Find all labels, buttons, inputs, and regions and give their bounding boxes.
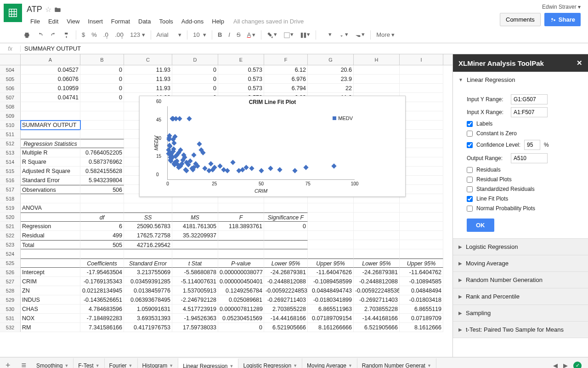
cell[interactable]: 6.12 [264, 65, 308, 75]
cell[interactable]: Adjusted R Square [21, 167, 80, 176]
cell[interactable] [172, 249, 218, 259]
cell[interactable]: -0.005922248536 [354, 286, 400, 295]
cb-residuals[interactable] [467, 167, 473, 173]
row-header[interactable]: 512 [0, 139, 21, 148]
cell[interactable]: 0.03459391285 [124, 277, 172, 286]
tab-caret-icon[interactable]: ▼ [169, 363, 173, 368]
star-icon[interactable]: ☆ [45, 5, 51, 14]
cell[interactable]: 8.161266666 [308, 323, 354, 332]
cb-line-fit[interactable] [467, 196, 473, 202]
cell[interactable] [21, 111, 80, 121]
cell[interactable]: -11.64047626 [308, 268, 354, 277]
cell[interactable]: ZN [21, 286, 80, 295]
cell[interactable] [264, 240, 308, 249]
bold-icon[interactable]: B [215, 29, 225, 40]
cell[interactable]: 11.93 [124, 65, 172, 75]
cell[interactable]: Lower 95% [354, 259, 400, 268]
cell[interactable]: 0.025089681 [218, 295, 264, 305]
col-header[interactable]: G [308, 54, 354, 65]
wrap-icon[interactable]: ▾ [352, 29, 368, 40]
cell[interactable]: 0.06076 [21, 75, 80, 84]
cell[interactable] [400, 213, 443, 222]
cell[interactable]: Upper 95% [308, 259, 354, 268]
cell[interactable]: 0.04848494 [400, 286, 443, 295]
cell[interactable] [400, 222, 443, 231]
cell[interactable]: 0.573 [218, 75, 264, 84]
cell[interactable] [21, 259, 80, 268]
cell[interactable] [400, 121, 443, 130]
cell[interactable]: 11.93 [124, 75, 172, 84]
merge-icon[interactable]: ▾ [297, 29, 313, 40]
sidebar-section[interactable]: ▶Logistic Regression [453, 239, 588, 255]
folder-icon[interactable] [54, 6, 61, 14]
col-header[interactable]: D [172, 54, 218, 65]
cell[interactable]: Regression Statistics [21, 139, 80, 148]
cell[interactable]: 506 [80, 185, 124, 194]
row-header[interactable]: 522 [0, 231, 21, 240]
close-icon[interactable]: ✕ [577, 59, 582, 67]
cell[interactable]: -0.1436526651 [80, 295, 124, 305]
row-header[interactable]: 519 [0, 203, 21, 213]
cell[interactable] [172, 203, 218, 213]
cell[interactable] [80, 111, 124, 121]
cell[interactable] [80, 139, 124, 148]
cell[interactable] [354, 240, 400, 249]
cell[interactable] [400, 167, 443, 176]
cell[interactable] [400, 157, 443, 167]
cell[interactable]: Coefficients [80, 259, 124, 268]
sheet-tab[interactable]: Random Number Generat▼ [357, 358, 436, 368]
row-header[interactable]: 528 [0, 286, 21, 295]
cell[interactable]: -17.95463504 [80, 268, 124, 277]
cell[interactable] [354, 75, 400, 84]
dec-increase-icon[interactable]: .00̩ [112, 29, 126, 40]
user-label[interactable]: Edwin Straver ▾ [500, 4, 581, 10]
cell[interactable]: Lower 95% [264, 259, 308, 268]
cell[interactable] [80, 249, 124, 259]
cell[interactable]: MS [172, 213, 218, 222]
row-header[interactable]: 523 [0, 240, 21, 249]
sidebar-section[interactable]: ▶Sampling [453, 305, 588, 321]
col-header[interactable]: H [354, 54, 400, 65]
col-header[interactable]: E [218, 54, 264, 65]
cell[interactable] [172, 240, 218, 249]
cell[interactable] [80, 121, 124, 130]
row-header[interactable]: 511 [0, 130, 21, 139]
cell[interactable]: 0 [172, 84, 218, 93]
tab-caret-icon[interactable]: ▼ [64, 363, 68, 368]
cell[interactable]: -5.114007631 [172, 277, 218, 286]
cb-constant-zero[interactable] [467, 131, 473, 137]
row-header[interactable]: 509 [0, 111, 21, 121]
more-button[interactable]: More ▾ [373, 29, 397, 40]
cell[interactable]: 0 [172, 75, 218, 84]
share-button[interactable]: Share [544, 13, 581, 26]
cell[interactable]: 0.02128134945 [80, 286, 124, 295]
fill-color-icon[interactable]: ▾ [264, 29, 280, 40]
tab-caret-icon[interactable]: ▼ [427, 363, 431, 368]
valign-icon[interactable]: ▾ [335, 29, 351, 40]
cell[interactable] [21, 194, 80, 203]
tab-caret-icon[interactable]: ▼ [348, 363, 352, 368]
cell[interactable] [400, 102, 443, 111]
chart-overlay[interactable]: CRIM Line Fit Plot MEDV CRIM 01530456002… [139, 96, 406, 197]
input-y-range[interactable] [511, 94, 548, 104]
sidebar-section[interactable]: ▶t-Test: Paired Two Sample for Means [453, 322, 588, 338]
cell[interactable]: 0.587376962 [80, 157, 124, 167]
tab-caret-icon[interactable]: ▼ [230, 364, 234, 368]
cell[interactable]: 0.10959 [21, 84, 80, 93]
input-x-range[interactable] [511, 107, 548, 117]
cell[interactable]: RM [21, 323, 80, 332]
cell[interactable]: Standard Error [21, 176, 80, 185]
cell[interactable]: F [218, 213, 264, 222]
select-all-corner[interactable] [0, 54, 21, 65]
row-header[interactable]: 524 [0, 249, 21, 259]
sheet-tab[interactable]: Histogram▼ [138, 358, 179, 368]
cell[interactable]: 0.7664052205 [80, 148, 124, 157]
cell[interactable]: -0.1769135343 [80, 277, 124, 286]
cell[interactable]: -0.10894585 [400, 277, 443, 286]
cell[interactable]: 0.07189709 [400, 314, 443, 323]
cell[interactable]: Multiple R [21, 148, 80, 157]
row-header[interactable]: 514 [0, 157, 21, 167]
cell[interactable] [400, 249, 443, 259]
row-header[interactable]: 513 [0, 148, 21, 157]
sidebar-section-linear-regression[interactable]: ▼Linear Regression [453, 72, 588, 88]
